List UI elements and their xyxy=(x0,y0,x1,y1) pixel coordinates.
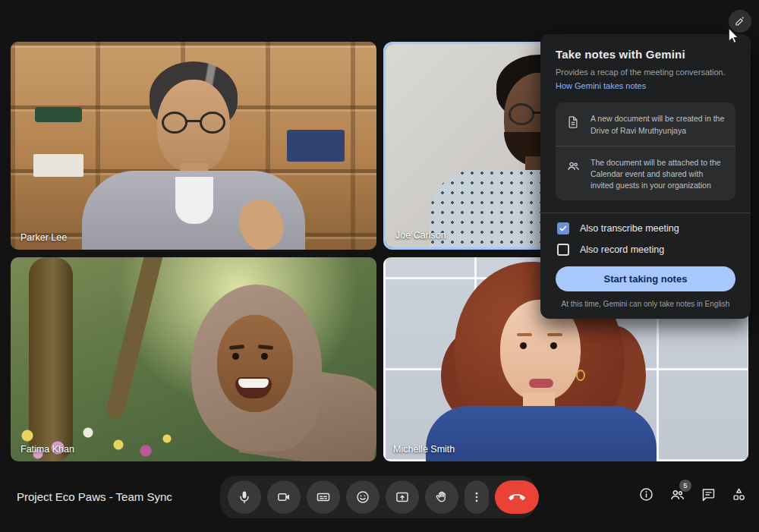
camera-button[interactable] xyxy=(267,480,301,514)
meeting-details-button[interactable] xyxy=(638,486,654,505)
raise-hand-button[interactable] xyxy=(425,480,458,514)
side-actions: 5 xyxy=(638,486,747,505)
info-row-drive: A new document will be created in the Dr… xyxy=(556,102,735,145)
glasses xyxy=(162,112,187,134)
camera-icon xyxy=(276,490,291,505)
gemini-take-notes-panel: Take notes with Gemini Provides a recap … xyxy=(540,34,751,319)
checkbox-label: Also record meeting xyxy=(580,244,664,255)
microphone-icon xyxy=(237,490,252,505)
eye xyxy=(520,342,527,349)
video-tile-parker-lee[interactable]: Parker Lee xyxy=(11,42,376,250)
activities-icon xyxy=(731,486,747,502)
captions-icon xyxy=(316,490,331,505)
eyebrow xyxy=(547,333,562,336)
checkbox-checked-icon[interactable] xyxy=(557,222,569,235)
glasses xyxy=(509,103,534,125)
microphone-button[interactable] xyxy=(228,480,261,514)
call-controls xyxy=(220,476,536,518)
end-call-button[interactable] xyxy=(495,480,539,514)
eye xyxy=(232,353,239,360)
eye xyxy=(550,342,557,349)
meeting-title: Project Eco Paws - Team Sync xyxy=(17,490,172,503)
participant-count-badge: 5 xyxy=(679,480,691,492)
info-text: The document will be attached to the Cal… xyxy=(591,157,725,192)
shelf-plant xyxy=(35,107,82,122)
smile-teeth xyxy=(238,379,269,388)
present-screen-button[interactable] xyxy=(386,480,419,514)
more-options-button[interactable] xyxy=(465,480,489,514)
glasses xyxy=(200,112,225,134)
checkbox-unchecked-icon[interactable] xyxy=(557,244,569,256)
checkbox-label: Also transcribe meeting xyxy=(580,223,679,234)
participant-shirt xyxy=(426,406,657,461)
start-taking-notes-button[interactable]: Start taking notes xyxy=(556,266,735,291)
video-feed xyxy=(11,257,376,461)
raise-hand-icon xyxy=(434,490,449,505)
participant-name-label: Parker Lee xyxy=(20,232,67,243)
emoji-icon xyxy=(355,490,370,505)
emoji-reactions-button[interactable] xyxy=(346,480,380,514)
panel-title: Take notes with Gemini xyxy=(556,48,735,61)
participant-name-label: Fatima Khan xyxy=(20,444,74,455)
info-text: A new document will be created in the Dr… xyxy=(591,113,725,136)
participant-shirt xyxy=(175,177,213,224)
document-icon xyxy=(566,113,581,133)
record-checkbox-row[interactable]: Also record meeting xyxy=(556,244,735,256)
video-feed xyxy=(11,42,376,250)
mouse-cursor xyxy=(726,27,741,44)
earring xyxy=(576,370,585,381)
notes-info-card: A new document will be created in the Dr… xyxy=(556,102,735,200)
how-gemini-takes-notes-link[interactable]: How Gemini takes notes xyxy=(556,81,646,90)
present-screen-icon xyxy=(395,490,410,505)
shelf-box xyxy=(33,154,83,177)
group-icon xyxy=(566,157,581,176)
lips xyxy=(529,379,553,388)
participant-name-label: Joe Carlson xyxy=(395,230,446,241)
pen-spark-icon xyxy=(734,15,746,27)
activities-button[interactable] xyxy=(731,486,747,505)
chat-icon xyxy=(701,486,716,502)
panel-footnote: At this time, Gemini can only take notes… xyxy=(556,300,735,308)
bottom-bar: Project Eco Paws - Team Sync xyxy=(0,461,759,532)
shelf-box xyxy=(287,130,345,162)
people-button[interactable]: 5 xyxy=(669,486,686,505)
more-options-icon xyxy=(470,490,483,504)
chat-button[interactable] xyxy=(701,486,716,505)
captions-button[interactable] xyxy=(307,480,340,514)
participant-name-label: Michelle Smith xyxy=(393,444,455,455)
info-row-calendar: The document will be attached to the Cal… xyxy=(556,146,735,201)
video-tile-fatima-khan[interactable]: Fatima Khan xyxy=(11,257,376,461)
meet-window: Parker Lee Joe Carlson xyxy=(0,0,759,532)
eye xyxy=(261,353,268,360)
info-icon xyxy=(638,486,654,502)
panel-divider xyxy=(540,212,751,213)
glasses-bridge xyxy=(186,120,201,122)
end-call-icon xyxy=(509,489,525,505)
panel-subtitle: Provides a recap of the meeting conversa… xyxy=(556,67,735,78)
transcribe-checkbox-row[interactable]: Also transcribe meeting xyxy=(556,222,735,235)
eyebrow xyxy=(517,333,532,336)
